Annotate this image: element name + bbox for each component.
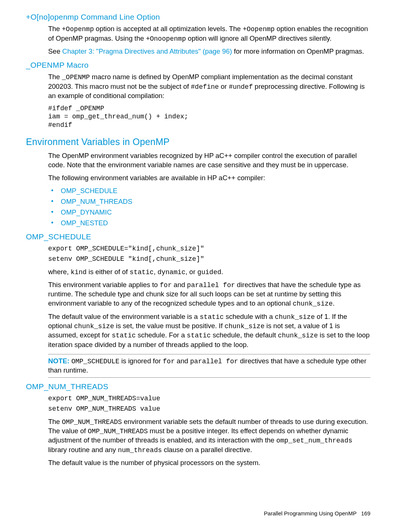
code-inline: for [163, 358, 175, 365]
code-inline: chunk_size [224, 323, 264, 330]
note-box: NOTE: OMP_SCHEDULE is ignored for for an… [48, 354, 370, 378]
section-macro-body: The _OPENMP macro name is defined by Ope… [48, 73, 370, 129]
code-inline: static [200, 313, 224, 321]
code-inline: num_threads [118, 447, 162, 454]
section-sched-body: export OMP_SCHEDULE="kind[,chunk_size]" … [48, 244, 370, 378]
text: . [333, 299, 334, 307]
ono-p1: The +Oopenmp option is accepted at all o… [48, 24, 370, 43]
code-inline: guided [197, 269, 221, 276]
code-inline: +Oopenmp [62, 26, 94, 33]
code-inline: OMP_NUM_THREADS [88, 428, 148, 435]
page: +O[no]openmp Command Line Option The +Oo… [0, 0, 400, 532]
section-env-body: The OpenMP environment variables recogni… [48, 151, 370, 228]
heading-openmp-macro: _OPENMP Macro [26, 60, 370, 70]
code-inline: #define [191, 83, 219, 91]
text: schedule with a [224, 313, 275, 320]
code-inline: kind [71, 269, 87, 276]
text: clause on a parallel directive. [162, 446, 252, 454]
num-p2: The default value is the number of physi… [48, 458, 370, 468]
code-inline: OMP_NUM_THREADS [62, 418, 122, 426]
text: The [48, 25, 62, 33]
code-inline: dynamic [157, 269, 186, 276]
code-inline: +Onoopenmp [146, 35, 186, 43]
text: is ignored for [119, 357, 163, 365]
heading-omp-schedule: OMP_SCHEDULE [26, 232, 370, 242]
code-inline: static [187, 332, 211, 339]
section-ono-body: The +Oopenmp option is accepted at all o… [48, 24, 370, 56]
code-inline: chunk_size [275, 313, 315, 321]
heading-ono-openmp: +O[no]openmp Command Line Option [26, 12, 370, 22]
code-inline: chunk_size [293, 300, 333, 307]
code-inline: +Oopenmp [243, 26, 274, 33]
sched-p2: This environment variable applies to for… [48, 280, 370, 309]
code-inline: _OPENMP [62, 74, 90, 81]
text: for more information on OpenMP pragmas. [232, 47, 364, 55]
link-omp-nested[interactable]: OMP_NESTED [61, 219, 108, 227]
footer-text: Parallel Programming Using OpenMP [264, 510, 357, 516]
text: is either of of [87, 268, 130, 276]
text: is set, the value must be positive. If [114, 322, 224, 330]
text: See [48, 47, 62, 55]
text: This environment variable applies to [48, 281, 160, 289]
text: . [221, 268, 223, 276]
code-inline: chunk_size [74, 323, 114, 330]
text: The default value of the environment var… [48, 313, 200, 320]
code-inline: parallel for [190, 358, 238, 365]
code-inline: chunk_size [278, 332, 318, 339]
sched-code2: setenv OMP_SCHEDULE "kind[,chunk_size]" [48, 255, 370, 263]
env-p2: The following environment variables are … [48, 174, 370, 183]
code-inline: omp_set_num_threads [276, 437, 352, 444]
sched-code1: export OMP_SCHEDULE="kind[,chunk_size]" [48, 244, 370, 253]
env-p1: The OpenMP environment variables recogni… [48, 151, 370, 170]
sched-p1: where, kind is either of of static, dyna… [48, 267, 370, 277]
num-code1: export OMP_NUM_THREADS=value [48, 394, 370, 403]
page-number: 169 [361, 510, 370, 516]
text: and [175, 357, 190, 365]
text: and [172, 281, 187, 289]
text: , [154, 268, 157, 276]
code-inline: parallel for [187, 282, 235, 289]
link-omp-dynamic[interactable]: OMP_DYNAMIC [61, 208, 112, 216]
heading-env-vars: Environment Variables in OpenMP [26, 136, 370, 148]
list-item: OMP_NUM_THREADS [48, 197, 370, 206]
code-inline: static [130, 269, 154, 276]
ono-p2: See Chapter 3: "Pragma Directives and At… [48, 47, 370, 56]
text: where, [48, 268, 71, 276]
text: The [48, 418, 62, 425]
text: option will ignore all OpenMP directives… [186, 34, 331, 42]
macro-p1: The _OPENMP macro name is defined by Ope… [48, 73, 370, 101]
env-list: OMP_SCHEDULE OMP_NUM_THREADS OMP_DYNAMIC… [48, 186, 370, 228]
text: option is accepted at all optimization l… [94, 25, 243, 33]
link-omp-num-threads[interactable]: OMP_NUM_THREADS [61, 198, 132, 205]
list-item: OMP_DYNAMIC [48, 208, 370, 217]
code-inline: for [160, 282, 171, 289]
text: schedule. For a [136, 331, 187, 339]
list-item: OMP_NESTED [48, 219, 370, 228]
page-footer: Parallel Programming Using OpenMP 169 [264, 510, 370, 517]
text: library routine and any [48, 446, 118, 454]
text: or [219, 83, 229, 90]
sched-p3: The default value of the environment var… [48, 312, 370, 350]
code-inline: #undef [229, 83, 253, 91]
num-code2: setenv OMP_NUM_THREADS value [48, 404, 370, 413]
text: , or [186, 268, 197, 276]
list-item: OMP_SCHEDULE [48, 186, 370, 196]
num-p1: The OMP_NUM_THREADS environment variable… [48, 417, 370, 455]
heading-omp-num-threads: OMP_NUM_THREADS [26, 381, 370, 392]
note-label: NOTE: [48, 357, 70, 365]
link-omp-schedule[interactable]: OMP_SCHEDULE [61, 187, 117, 195]
text: The [48, 73, 62, 81]
code-inline: static [112, 332, 136, 339]
code-inline: OMP_SCHEDULE [71, 358, 120, 365]
link-chapter3[interactable]: Chapter 3: "Pragma Directives and Attrib… [62, 47, 232, 55]
text: schedule, the default [211, 331, 278, 339]
macro-code-block: #ifdef _OPENMP iam = omp_get_thread_num(… [48, 104, 370, 129]
section-num-body: export OMP_NUM_THREADS=value setenv OMP_… [48, 394, 370, 468]
